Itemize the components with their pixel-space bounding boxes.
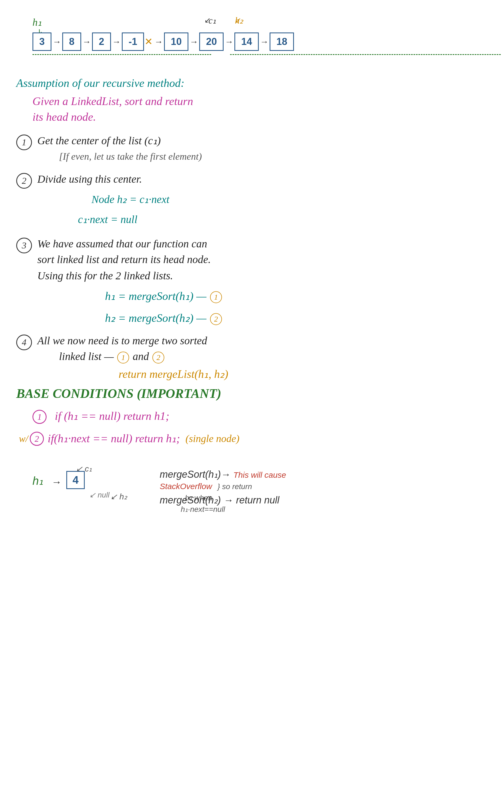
assumption-body: Given a LinkedList, sort and return its … <box>32 93 488 125</box>
arrow-6: → <box>225 37 233 47</box>
bottom-diagram: h₁ → ↙ c₁ 4 ↙ null ↙ h₂ mergeSort(h₁)→ T… <box>16 453 488 523</box>
step-2-number: 2 <box>16 173 32 189</box>
step-3-main1: We have assumed that our function can <box>37 236 488 251</box>
node-3: 3 <box>32 32 51 51</box>
circle-4-1: 1 <box>117 352 129 364</box>
base-item-2-text: if(h₁·next == null) return h₁; <box>48 430 180 447</box>
base-conditions-title: BASE CONDITIONS (IMPORTANT) <box>16 386 488 401</box>
step-2: 2 Divide using this center. Node h₂ = c₁… <box>16 172 488 228</box>
step-2-code1: Node h₂ = c₁·next <box>91 191 488 208</box>
node-minus1: -1 <box>122 32 144 51</box>
arrow-4: → <box>154 37 163 47</box>
bottom-merge1: mergeSort(h₁)→ This will causeStackOverf… <box>160 469 286 514</box>
circle-2: 2 <box>210 313 222 325</box>
node-14: 14 <box>234 32 259 51</box>
step-1-content: Get the center of the list (c₁) [If even… <box>37 133 488 163</box>
bottom-h1: h₁ <box>32 474 43 487</box>
base-item-2-suffix: (single node) <box>185 431 239 446</box>
diagram-section: h₁ ↳ c₁ ↙ h₂ ↙ 3 → 8 → 2 → -1 ✕ → 10 → 2… <box>16 14 488 68</box>
dashed-left <box>32 54 211 55</box>
cross-mark: ✕ <box>145 36 153 47</box>
step-3-content: We have assumed that our function can so… <box>37 236 488 328</box>
base-item-1: 1 if (h₁ == null) return h1; <box>32 408 488 425</box>
step-2-content: Divide using this center. Node h₂ = c₁·n… <box>37 172 488 228</box>
step-4-number: 4 <box>16 335 32 350</box>
bottom-arrow: → <box>51 476 62 488</box>
step-3-main2: sort linked list and return its head nod… <box>37 251 488 268</box>
dashed-right <box>230 54 501 55</box>
arrow-1: → <box>53 37 61 47</box>
node-10: 10 <box>164 32 188 51</box>
assumption-section: Assumption of our recursive method: Give… <box>16 76 488 125</box>
bottom-h2: ↙ h₂ <box>110 492 127 501</box>
bottom-null-arrow: ↙ null <box>89 490 109 499</box>
arrow-2: → <box>82 37 91 47</box>
bottom-node-4: 4 <box>66 471 85 489</box>
arrow-5: → <box>189 37 198 47</box>
base-item-1-text: if (h₁ == null) return h1; <box>55 410 169 422</box>
step-2-code2: c₁·next = null <box>78 211 488 228</box>
arrow-3: → <box>112 37 121 47</box>
step-4-main1: All we now need is to merge two sorted <box>37 333 488 348</box>
assumption-title: Assumption of our recursive method: <box>16 76 488 91</box>
step-3-code1: h₁ = mergeSort(h₁) — 1 <box>105 287 488 306</box>
step-3-main3: Using this for the 2 linked lists. <box>37 268 488 284</box>
step-3-code2: h₂ = mergeSort(h₂) — 2 <box>105 309 488 328</box>
node-8: 8 <box>62 32 81 51</box>
node-20: 20 <box>199 32 224 51</box>
h1-label: h₁ <box>32 16 42 28</box>
step-3-number: 3 <box>16 238 32 253</box>
base-circle-1: 1 <box>32 410 47 424</box>
step-1: 1 Get the center of the list (c₁) [If ev… <box>16 133 488 163</box>
node-2: 2 <box>92 32 111 51</box>
bottom-merge2: mergeSort(h₂) → return null <box>160 495 279 506</box>
step-3: 3 We have assumed that our function can … <box>16 236 488 328</box>
return-merge: return mergeList(h₁, h₂) <box>119 367 488 381</box>
circle-4-2: 2 <box>152 352 164 364</box>
step-4-main2: linked list — 1 and 2 <box>59 348 488 365</box>
base-item-2: w/ 2 if(h₁·next == null) return h₁; (sin… <box>19 430 488 447</box>
step-1-number: 1 <box>16 135 32 150</box>
node-18: 18 <box>270 32 294 51</box>
step-1-sub: [If even, let us take the first element) <box>59 150 488 163</box>
step-4-content: All we now need is to merge two sorted l… <box>37 333 488 381</box>
base-circle-2: 2 <box>30 432 44 446</box>
w-prefix: w/ <box>19 431 28 446</box>
step-1-main: Get the center of the list (c₁) <box>37 133 488 148</box>
arrow-7: → <box>260 37 269 47</box>
step-2-main: Divide using this center. <box>37 172 488 187</box>
linked-list: 3 → 8 → 2 → -1 ✕ → 10 → 20 → 14 → 18 <box>32 32 294 51</box>
step-4: 4 All we now need is to merge two sorted… <box>16 333 488 381</box>
page: h₁ ↳ c₁ ↙ h₂ ↙ 3 → 8 → 2 → -1 ✕ → 10 → 2… <box>0 0 504 812</box>
circle-1: 1 <box>210 291 222 303</box>
